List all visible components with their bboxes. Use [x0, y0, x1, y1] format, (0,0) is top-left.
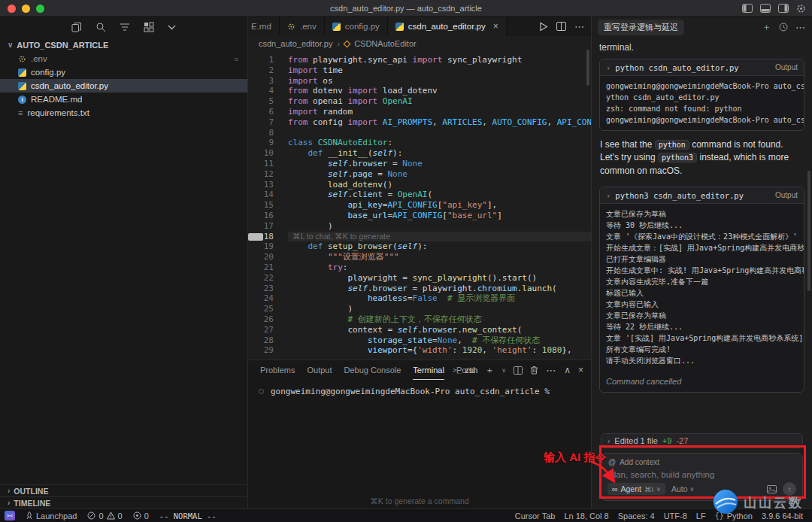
line-number[interactable]: 2	[248, 65, 274, 76]
code-line[interactable]: viewport={'width': 1920, 'height': 1080}…	[288, 345, 591, 356]
line-number[interactable]: 4	[248, 86, 274, 96]
line-number[interactable]: 10	[248, 148, 274, 159]
code-line[interactable]: # 创建新的上下文，不保存任何状态	[288, 314, 591, 325]
code-line[interactable]: playwright = sync_playwright().start()	[288, 273, 591, 284]
code-line[interactable]: api_key=API_CONFIG["api_key"],	[288, 200, 591, 211]
line-number[interactable]: 7	[248, 117, 274, 128]
code-line[interactable]: load_dotenv()	[288, 180, 591, 190]
extra-count-indicator[interactable]: 0	[133, 511, 149, 520]
panel-tab-output[interactable]: Output	[307, 360, 332, 380]
close-tab-icon[interactable]: ×	[493, 21, 498, 32]
line-number[interactable]: 27	[248, 325, 274, 335]
cursor-tab-status[interactable]: Cursor Tab	[515, 511, 556, 520]
terminal-dropdown-icon[interactable]: ∨	[501, 367, 506, 374]
line-number[interactable]: 26	[248, 314, 274, 325]
line-number[interactable]: 19	[248, 241, 274, 252]
chevron-down-icon[interactable]	[168, 24, 176, 30]
code-line[interactable]: try:	[288, 263, 591, 273]
line-number[interactable]: 16	[248, 211, 274, 221]
cursor-position-status[interactable]: Ln 18, Col 8	[564, 511, 608, 520]
editor-tab-csdn_auto_editor.py[interactable]: csdn_auto_editor.py×	[388, 17, 507, 36]
code-line[interactable]: self.page = None	[288, 169, 591, 180]
close-panel-icon[interactable]: ×	[578, 365, 583, 375]
terminal-content[interactable]: gongweiming@gongweimingdeMacBook-Pro aut…	[248, 380, 591, 403]
new-chat-icon[interactable]: ＋	[762, 20, 771, 34]
code-line[interactable]: import time	[288, 65, 591, 76]
code-line[interactable]: self.browser = None	[288, 159, 591, 169]
toggle-sidebar-icon[interactable]	[742, 4, 753, 13]
code-line[interactable]: class CSDNAutoEditor:	[288, 138, 591, 148]
output-badge[interactable]: Output	[775, 63, 798, 71]
code-line[interactable]: from openai import OpenAI	[288, 96, 591, 107]
code-editor[interactable]: 1234567891011121314151617181920212223242…	[248, 51, 591, 360]
line-number[interactable]: 8	[248, 128, 274, 138]
line-number[interactable]: 5	[248, 96, 274, 107]
chat-scrollbar[interactable]	[807, 171, 810, 291]
file-item-requirements.txt[interactable]: ≡requirements.txt	[0, 106, 247, 120]
code-line[interactable]: import random	[288, 107, 591, 117]
file-item-csdn_auto_editor.py[interactable]: csdn_auto_editor.py	[0, 79, 247, 93]
code-line[interactable]: """设置浏览器"""	[288, 252, 591, 263]
line-number[interactable]: 3	[248, 76, 274, 86]
problems-indicator[interactable]: 0 0	[87, 511, 122, 520]
line-number[interactable]: 15	[248, 200, 274, 211]
line-number[interactable]: 28	[248, 335, 274, 346]
breadcrumb-symbol[interactable]: CSDNAutoEditor	[354, 39, 417, 48]
code-line[interactable]: def __init__(self):	[288, 148, 591, 159]
code-line[interactable]	[288, 128, 591, 138]
launchpad-status[interactable]: Launchpad	[26, 511, 77, 520]
line-number[interactable]: 29	[248, 345, 274, 356]
breadcrumb-file[interactable]: csdn_auto_editor.py	[259, 39, 332, 48]
model-selector[interactable]: Auto ∨	[671, 484, 694, 493]
line-number[interactable]: 11	[248, 159, 274, 169]
zoom-window-button[interactable]	[36, 5, 44, 13]
extensions-icon[interactable]	[144, 22, 154, 32]
terminal-more-icon[interactable]: ⋯	[546, 365, 556, 376]
new-terminal-icon[interactable]: ＋	[485, 364, 494, 377]
indentation-status[interactable]: Spaces: 4	[618, 511, 655, 520]
remote-indicator[interactable]: ><	[5, 511, 15, 520]
panel-tab-debug-console[interactable]: Debug Console	[344, 360, 401, 380]
editor-tab-.env[interactable]: .env	[280, 17, 325, 36]
settings-gear-icon[interactable]	[796, 4, 806, 14]
line-number[interactable]: 18	[248, 232, 274, 242]
python-interpreter-status[interactable]: 3.9.6 64-bit	[762, 511, 803, 520]
chat-more-icon[interactable]: ⋯	[795, 22, 806, 33]
line-number[interactable]: 21	[248, 263, 274, 273]
chat-input-placeholder[interactable]: Plan, search, build anything	[601, 466, 802, 479]
line-number[interactable]: 17	[248, 221, 274, 232]
line-number[interactable]: 22	[248, 273, 274, 284]
code-line[interactable]: context = self.browser.new_context(	[288, 325, 591, 335]
line-number[interactable]: 12	[248, 169, 274, 180]
more-actions-icon[interactable]: ⋯	[574, 21, 585, 32]
search-icon[interactable]	[95, 22, 106, 32]
panel-tab-problems[interactable]: Problems	[260, 360, 295, 380]
run-python-file-icon[interactable]	[539, 22, 548, 32]
line-number[interactable]: 1	[248, 55, 274, 65]
split-editor-icon[interactable]	[556, 22, 566, 31]
line-number[interactable]: 24	[248, 293, 274, 304]
code-line[interactable]: self.client = OpenAI(	[288, 190, 591, 200]
file-item-.env[interactable]: .env○	[0, 52, 247, 65]
encoding-status[interactable]: UTF-8	[664, 511, 687, 520]
gutter[interactable]: 1234567891011121314151617181920212223242…	[248, 55, 283, 360]
code-line[interactable]: storage_state=None, # 不保存任何状态	[288, 335, 591, 346]
output-badge[interactable]: Output	[775, 191, 798, 199]
code-line[interactable]: import os	[288, 76, 591, 86]
sidebar-section-timeline[interactable]: ›TIMELINE	[0, 496, 247, 508]
editor-tab-E.md[interactable]: ME.md	[248, 17, 280, 36]
toggle-secondary-sidebar-icon[interactable]	[778, 4, 789, 13]
filter-icon[interactable]	[120, 22, 130, 32]
split-terminal-icon[interactable]	[514, 366, 523, 375]
code-line[interactable]: from config import AI_PROMPTS, ARTICLES,…	[288, 117, 591, 128]
explorer-icon[interactable]	[71, 22, 82, 32]
attach-image-icon[interactable]	[767, 485, 777, 493]
editor-scrollbar[interactable]	[586, 50, 589, 86]
terminal-instance-zsh[interactable]: >_ zsh	[453, 366, 477, 375]
line-number[interactable]: 9	[248, 138, 274, 148]
toggle-panel-icon[interactable]	[760, 4, 771, 13]
code-line[interactable]: from dotenv import load_dotenv	[288, 86, 591, 96]
code-line[interactable]: self.browser = playwright.chromium.launc…	[288, 284, 591, 294]
file-item-README.md[interactable]: iREADME.md	[0, 93, 247, 106]
code-line[interactable]: ⌘L to chat, ⌘K to generate	[288, 232, 591, 242]
